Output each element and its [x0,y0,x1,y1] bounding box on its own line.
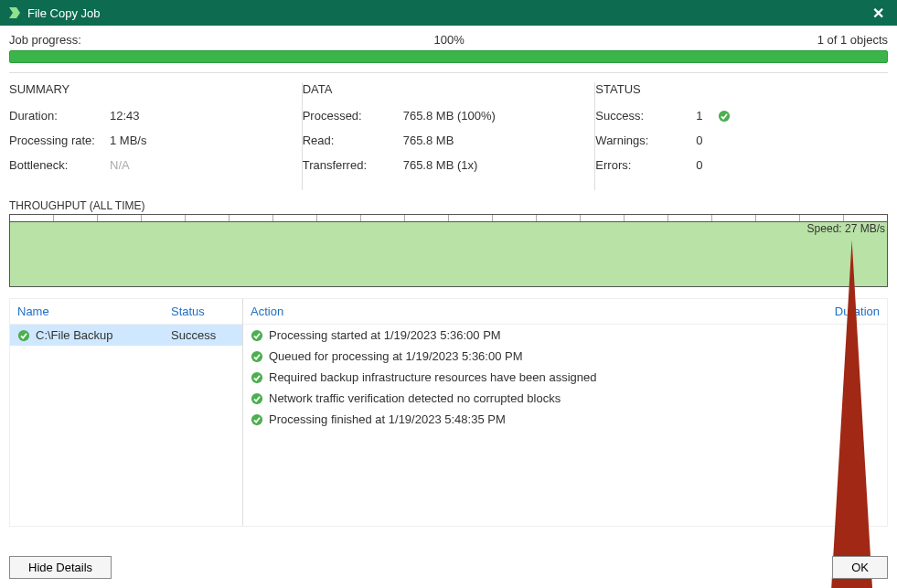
speed-label: Speed: 27 MB/s [807,222,885,235]
rate-label: Processing rate: [9,134,110,147]
hide-details-button[interactable]: Hide Details [9,556,112,579]
duration-label: Duration: [9,109,110,123]
errors-value: 0 [696,158,879,172]
progress-header: Job progress: 100% 1 of 1 objects [0,26,897,50]
summary-col: SUMMARY Duration:12:43 Processing rate:1… [9,82,303,190]
window-title: File Copy Job [27,6,867,20]
svg-marker-0 [9,7,20,18]
summary-section: SUMMARY Duration:12:43 Processing rate:1… [0,82,897,190]
success-icon [718,110,731,123]
progress-value: 100% [81,33,817,47]
transferred-value: 765.8 MB (1x) [403,158,586,172]
read-value: 765.8 MB [403,134,586,147]
rate-value: 1 MB/s [110,134,293,147]
warnings-value: 0 [696,134,879,147]
success-label: Success: [595,109,696,123]
ok-button[interactable]: OK [832,556,888,579]
progress-bar [9,50,888,63]
status-heading: STATUS [595,82,879,96]
bottleneck-label: Bottleneck: [9,158,110,172]
duration-value: 12:43 [110,109,293,123]
summary-heading: SUMMARY [9,82,293,96]
read-label: Read: [303,134,403,147]
progress-label: Job progress: [9,33,81,47]
svg-marker-2 [10,240,887,588]
data-heading: DATA [303,82,586,96]
throughput-ticks [9,214,888,221]
progress-objects: 1 of 1 objects [817,33,888,47]
svg-point-1 [719,110,730,121]
processed-value: 765.8 MB (100%) [403,109,586,123]
footer: Hide Details OK [0,556,897,579]
status-col: STATUS Success:1 Warnings:0 Errors:0 [595,82,888,190]
errors-label: Errors: [595,158,696,172]
app-icon [7,5,22,20]
throughput-label: THROUGHPUT (ALL TIME) [0,190,897,214]
transferred-label: Transferred: [303,158,403,172]
warnings-label: Warnings: [595,134,696,147]
success-value: 1 [696,109,718,123]
data-col: DATA Processed:765.8 MB (100%) Read:765.… [303,82,596,190]
processed-label: Processed: [303,109,403,123]
throughput-chart: Speed: 27 MB/s [9,221,888,287]
title-bar: File Copy Job ✕ [0,0,897,26]
bottleneck-value: N/A [110,158,293,172]
close-icon[interactable]: ✕ [867,5,890,22]
